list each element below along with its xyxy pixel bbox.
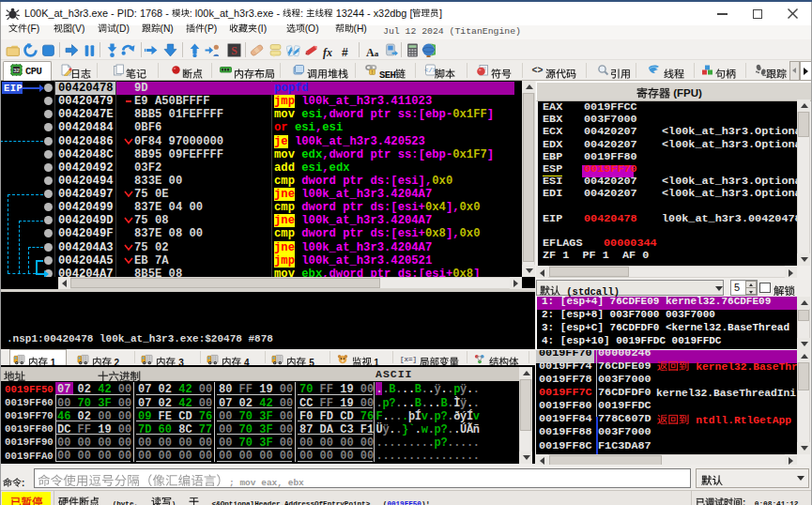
svg-text:S: S xyxy=(231,45,237,57)
svg-text:32: 32 xyxy=(13,68,20,73)
svg-text:<>: <> xyxy=(531,66,543,76)
